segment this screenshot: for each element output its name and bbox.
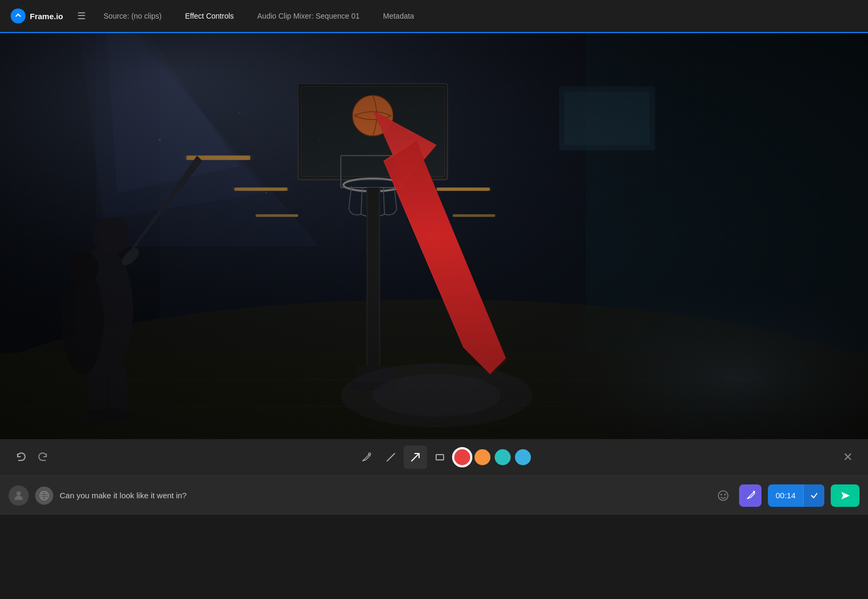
close-drawing-button[interactable]: ✕ — [838, 448, 857, 467]
timestamp-check-button[interactable] — [803, 484, 824, 507]
rect-tool-button[interactable] — [428, 446, 452, 469]
brand-name: Frame.io — [30, 12, 63, 21]
svg-point-77 — [718, 491, 728, 500]
undo-redo-group — [11, 447, 53, 467]
tab-effect-controls[interactable]: Effect Controls — [173, 0, 245, 33]
brand-icon — [11, 9, 26, 23]
draw-tools-group — [355, 446, 533, 469]
svg-marker-81 — [841, 492, 850, 499]
color-red[interactable] — [454, 449, 470, 465]
arrow-tool-button[interactable] — [404, 446, 427, 469]
hamburger-icon[interactable]: ☰ — [77, 10, 86, 22]
tab-audio-clip-mixer[interactable]: Audio Clip Mixer: Sequence 01 — [245, 0, 371, 33]
svg-point-71 — [17, 491, 21, 496]
brand-logo[interactable]: Frame.io — [6, 9, 68, 23]
send-button[interactable] — [831, 484, 859, 507]
svg-line-69 — [412, 454, 419, 461]
emoji-button[interactable] — [714, 486, 733, 505]
world-icon — [35, 487, 53, 505]
timestamp-text: 00:14 — [768, 491, 803, 500]
svg-point-78 — [720, 493, 722, 495]
tab-bar: Frame.io ☰ Source: (no clips) Effect Con… — [0, 0, 868, 33]
undo-button[interactable] — [11, 447, 31, 467]
user-avatar — [9, 485, 29, 506]
tab-source[interactable]: Source: (no clips) — [92, 0, 174, 33]
video-player — [0, 33, 868, 439]
svg-point-0 — [14, 12, 22, 20]
redo-button[interactable] — [33, 447, 53, 467]
svg-line-68 — [387, 454, 395, 461]
color-teal[interactable] — [495, 449, 511, 465]
svg-rect-70 — [436, 455, 444, 460]
color-blue[interactable] — [515, 449, 531, 465]
line-tool-button[interactable] — [379, 446, 403, 469]
pen-tool-button[interactable] — [355, 446, 378, 469]
timestamp-button[interactable]: 00:14 — [768, 484, 824, 507]
comment-bar: 00:14 — [0, 475, 868, 515]
comment-input[interactable] — [60, 491, 707, 500]
color-orange[interactable] — [474, 449, 490, 465]
drawing-toolbar: ✕ — [0, 439, 868, 475]
svg-point-80 — [753, 491, 755, 493]
svg-point-79 — [724, 493, 726, 495]
tab-metadata[interactable]: Metadata — [371, 0, 425, 33]
annotation-brush-button[interactable] — [739, 484, 761, 507]
svg-rect-66 — [0, 33, 868, 439]
svg-point-67 — [369, 453, 371, 455]
